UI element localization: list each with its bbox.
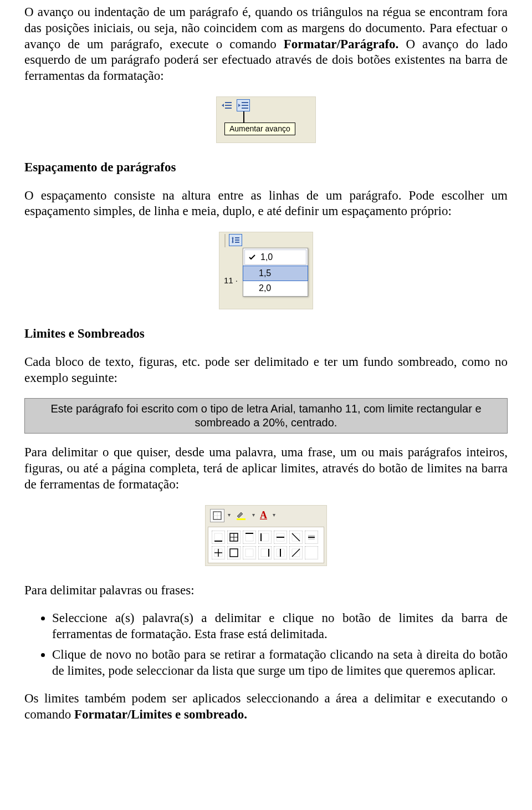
text-run: Clique de novo no botão para se retirar … [52,648,508,677]
svg-rect-0 [225,102,232,103]
tooltip-increase-indent: Aumentar avanço [224,123,295,136]
paragraph-delimit-intro: Para delimitar palavras ou frases: [24,583,508,599]
borders-dropdown-caret[interactable]: ▾ [226,509,232,522]
increase-indent-button[interactable] [237,99,250,111]
figure-borders-toolbar: ▾ ▾ A ▾ [24,505,508,566]
svg-rect-1 [225,105,232,106]
svg-rect-2 [225,108,232,109]
line-spacing-option-2[interactable]: 2,0 [243,281,308,296]
highlight-color-button[interactable] [233,509,249,522]
decrease-indent-button[interactable] [220,99,233,111]
svg-rect-19 [245,533,253,541]
svg-rect-9 [235,242,239,243]
highlight-dropdown-caret[interactable]: ▾ [250,509,256,522]
heading-borders-shading: Limites e Sombreados [24,326,508,342]
line-spacing-option-1-5[interactable]: 1,5 [243,266,308,281]
line-spacing-option-1[interactable]: 1,0 [244,249,306,265]
border-center-h-icon[interactable] [274,531,287,544]
border-all-icon[interactable] [227,531,241,544]
border-diagonal-down-icon[interactable] [289,531,303,544]
line-spacing-option-label: 1,5 [259,268,271,279]
borders-toolbar-panel: ▾ ▾ A ▾ [205,505,327,566]
delimit-steps-list: Seleccione a(s) palavra(s) a delimitar e… [24,610,508,679]
svg-rect-7 [235,237,239,238]
svg-rect-13 [237,518,245,520]
svg-rect-33 [230,549,238,557]
border-empty-icon[interactable] [305,546,318,559]
document-page: O avanço ou indentação de um parágrafo é… [0,0,532,752]
svg-rect-21 [261,533,269,541]
list-item: Clique de novo no botão para se retirar … [52,647,508,679]
line-spacing-menu: 1,0 1,5 2,0 [243,248,308,297]
border-outside-icon[interactable] [227,546,241,559]
svg-rect-14 [214,533,222,541]
increase-indent-icon [238,101,248,109]
border-style-grid [208,527,324,563]
paragraph-indent-intro: O avanço ou indentação de um parágrafo é… [24,4,508,84]
font-color-button[interactable]: A [258,509,269,522]
menu-command-bold: Formatar/Parágrafo. [284,37,399,51]
line-spacing-option-label: 1,0 [260,252,273,263]
tooltip-connector-line [243,111,244,124]
figure-indent-toolbar: Aumentar avanço [24,96,508,143]
line-spacing-option-label: 2,0 [259,283,271,294]
border-diagonal-up-icon[interactable] [289,546,303,559]
font-color-icon: A [260,509,267,522]
menu-command-bold: Formatar/Limites e sombreado. [74,707,247,721]
heading-paragraph-spacing: Espaçamento de parágrafos [24,160,508,176]
paragraph-borders-command: Os limites também podem ser aplicados se… [24,691,508,723]
border-bottom-icon[interactable] [212,531,225,544]
svg-line-40 [292,549,300,557]
svg-rect-34 [245,549,253,557]
example-shaded-paragraph: Este parágrafo foi escrito com o tipo de… [24,398,508,434]
decrease-indent-icon [222,101,232,109]
svg-rect-5 [242,108,248,109]
paragraph-spacing-intro: O espaçamento consiste na altura entre a… [24,188,508,220]
line-spacing-panel: 11 · 1,0 1,5 2,0 [219,232,313,309]
list-item: Seleccione a(s) palavra(s) a delimitar e… [52,610,508,643]
border-none-icon[interactable] [243,546,256,559]
line-spacing-button[interactable] [229,234,242,246]
border-hr-icon[interactable] [305,531,318,544]
paragraph-borders-intro: Cada bloco de texto, figuras, etc. pode … [24,354,508,386]
border-right-icon[interactable] [258,546,272,559]
figure-line-spacing: 11 · 1,0 1,5 2,0 [24,232,508,309]
font-color-dropdown-caret[interactable]: ▾ [271,509,277,522]
border-center-v-icon[interactable] [274,546,287,559]
borders-dropdown-button[interactable] [210,509,224,522]
svg-rect-4 [242,105,248,106]
border-left-icon[interactable] [258,531,272,544]
svg-line-26 [292,533,300,541]
text-run: Esta frase está delimitada. [195,627,328,641]
border-top-icon[interactable] [243,531,256,544]
svg-rect-8 [235,240,239,241]
indent-toolbar-panel: Aumentar avanço [216,96,316,143]
toolbar-separator [224,234,226,247]
border-inside-icon[interactable] [212,546,225,559]
svg-rect-35 [261,549,269,557]
svg-rect-3 [242,102,248,103]
check-icon [248,254,256,261]
paragraph-borders-howto: Para delimitar o que quiser, desde uma p… [24,445,508,492]
background-text-fragment: 11 · [224,276,238,286]
svg-rect-6 [232,238,233,242]
